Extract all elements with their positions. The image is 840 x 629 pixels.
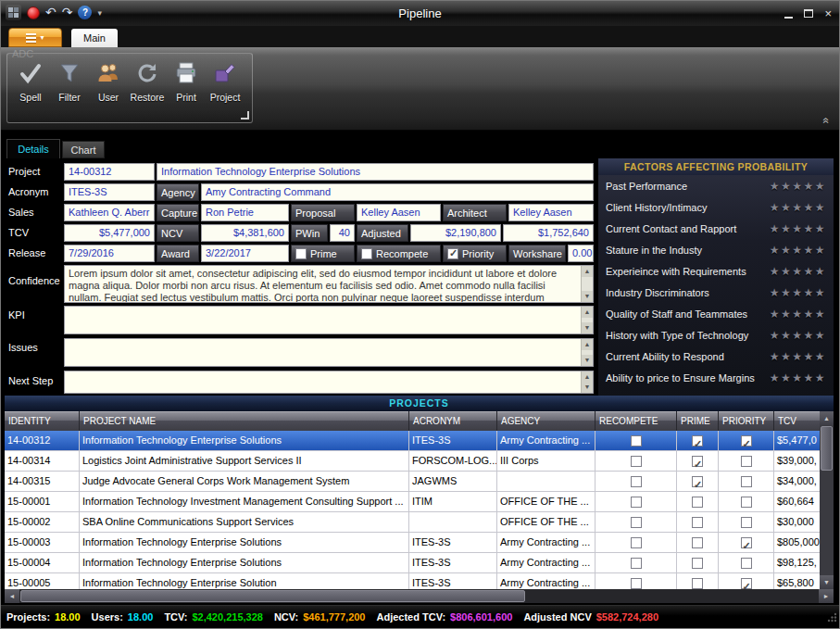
recompete-checkbox[interactable] bbox=[631, 537, 642, 548]
prime-checkbox[interactable] bbox=[692, 578, 703, 589]
recompete-checkbox[interactable] bbox=[631, 435, 642, 447]
acronym-field[interactable]: ITES-3S bbox=[64, 183, 155, 201]
priority-checkbox[interactable] bbox=[741, 435, 752, 447]
prime-checkbox[interactable] bbox=[692, 435, 703, 447]
star-rating[interactable]: ★★★★★ bbox=[770, 329, 826, 342]
kpi-textarea[interactable]: ▲▼ bbox=[64, 306, 594, 334]
resize-grip[interactable] bbox=[827, 610, 837, 626]
scroll-down-icon[interactable]: ▼ bbox=[582, 355, 593, 366]
table-row[interactable]: 14-00312 Information Technology Enterpri… bbox=[5, 431, 820, 451]
tab-chart[interactable]: Chart bbox=[62, 141, 105, 158]
star-rating[interactable]: ★★★★★ bbox=[770, 265, 826, 278]
scroll-down-icon[interactable]: ▼ bbox=[820, 575, 834, 589]
column-header-name[interactable]: PROJECT NAME bbox=[80, 411, 409, 431]
table-row[interactable]: 15-00001 Information Technology Investme… bbox=[5, 492, 820, 512]
priority-checkbox[interactable] bbox=[741, 456, 752, 467]
priority-checkbox[interactable] bbox=[741, 497, 752, 508]
adjusted-ncv-field[interactable]: $1,752,640 bbox=[503, 224, 594, 242]
recompete-checkbox[interactable]: Recompete bbox=[357, 245, 441, 262]
prime-checkbox[interactable] bbox=[692, 537, 703, 548]
project-id-field[interactable]: 14-00312 bbox=[64, 163, 155, 181]
star-rating[interactable]: ★★★★★ bbox=[770, 201, 826, 214]
priority-checkbox[interactable] bbox=[741, 537, 752, 548]
recompete-checkbox[interactable] bbox=[631, 497, 642, 508]
vscroll-thumb[interactable] bbox=[821, 426, 833, 471]
recompete-checkbox[interactable] bbox=[631, 578, 642, 589]
recompete-checkbox-box[interactable] bbox=[361, 248, 372, 259]
prime-checkbox[interactable] bbox=[692, 476, 703, 487]
table-horizontal-scrollbar[interactable]: ◄ ► bbox=[5, 589, 834, 603]
scroll-down-icon[interactable]: ▼ bbox=[582, 291, 593, 302]
scroll-up-icon[interactable]: ▲ bbox=[582, 307, 593, 318]
architect-field[interactable]: Kelley Aasen bbox=[508, 204, 594, 221]
scroll-down-icon[interactable]: ▼ bbox=[582, 322, 593, 333]
star-rating[interactable]: ★★★★★ bbox=[770, 371, 826, 384]
scroll-up-icon[interactable]: ▲ bbox=[582, 339, 593, 350]
prime-checkbox[interactable]: Prime bbox=[291, 245, 355, 262]
scroll-left-icon[interactable]: ◄ bbox=[5, 589, 19, 603]
scroll-up-icon[interactable]: ▲ bbox=[582, 266, 593, 277]
priority-checkbox[interactable] bbox=[741, 476, 752, 487]
scroll-down-icon[interactable]: ▼ bbox=[582, 382, 593, 393]
recompete-checkbox[interactable] bbox=[631, 456, 642, 467]
table-row[interactable]: 15-00002 SBA Online Communications Suppo… bbox=[5, 512, 820, 533]
star-rating[interactable]: ★★★★★ bbox=[770, 180, 826, 193]
star-rating[interactable]: ★★★★★ bbox=[770, 308, 826, 321]
adjusted-tcv-field[interactable]: $2,190,800 bbox=[410, 224, 501, 242]
pwin-field[interactable]: 40 bbox=[330, 224, 355, 242]
priority-checkbox[interactable] bbox=[741, 578, 752, 589]
next-step-textarea[interactable]: ▲▼ bbox=[64, 371, 594, 394]
filter-button[interactable]: Filter bbox=[50, 57, 89, 120]
agency-field[interactable]: Amy Contracting Command bbox=[201, 183, 594, 201]
table-vertical-scrollbar[interactable]: ▲ ▼ bbox=[820, 411, 834, 589]
award-date-field[interactable]: 3/22/2017 bbox=[201, 245, 289, 262]
table-row[interactable]: 15-00003 Information Technology Enterpri… bbox=[5, 533, 820, 553]
confidence-scrollbar[interactable]: ▲▼ bbox=[581, 266, 593, 302]
priority-checkbox[interactable] bbox=[741, 558, 752, 569]
close-button[interactable]: × bbox=[824, 7, 832, 20]
print-button[interactable]: Print bbox=[167, 57, 206, 120]
workshare-field[interactable]: 0.00 bbox=[568, 245, 594, 262]
column-header-prime[interactable]: PRIME bbox=[677, 411, 719, 431]
priority-checkbox[interactable]: Priority bbox=[443, 245, 507, 262]
column-header-recompete[interactable]: RECOMPETE bbox=[596, 411, 677, 431]
recompete-checkbox[interactable] bbox=[631, 517, 642, 528]
sales-field[interactable]: Kathleen Q. Aberr bbox=[64, 204, 155, 221]
user-button[interactable]: User bbox=[89, 57, 128, 120]
prime-checkbox[interactable] bbox=[692, 497, 703, 508]
project-name-field[interactable]: Information Technology Enterprise Soluti… bbox=[157, 163, 594, 181]
recompete-checkbox[interactable] bbox=[631, 476, 642, 487]
prime-checkbox[interactable] bbox=[692, 558, 703, 569]
tcv-field[interactable]: $5,477,000 bbox=[64, 224, 155, 242]
star-rating[interactable]: ★★★★★ bbox=[770, 244, 826, 257]
column-header-identity[interactable]: IDENTITY bbox=[5, 411, 80, 431]
table-row[interactable]: 15-00004 Information Technology Enterpri… bbox=[5, 553, 820, 573]
table-row[interactable]: 14-00314 Logistics Joint Administrative … bbox=[5, 451, 820, 472]
prime-checkbox[interactable] bbox=[692, 517, 703, 528]
column-header-agency[interactable]: AGENCY bbox=[497, 411, 596, 431]
ribbon-collapse-icon[interactable]: « bbox=[821, 118, 833, 124]
hscroll-thumb[interactable] bbox=[20, 590, 525, 602]
dialog-launcher-icon[interactable] bbox=[241, 111, 249, 120]
table-row[interactable]: 15-00005 Information Technology Enterpri… bbox=[5, 573, 820, 589]
column-header-tcv[interactable]: TCV bbox=[774, 411, 820, 431]
spell-button[interactable]: Spell bbox=[11, 57, 50, 120]
scroll-right-icon[interactable]: ► bbox=[819, 589, 834, 603]
release-date-field[interactable]: 7/29/2016 bbox=[64, 245, 155, 262]
column-header-priority[interactable]: PRIORITY bbox=[719, 411, 774, 431]
prime-checkbox-box[interactable] bbox=[295, 248, 307, 259]
column-header-acronym[interactable]: ACRONYM bbox=[409, 411, 497, 431]
next-step-scrollbar[interactable]: ▲▼ bbox=[581, 371, 593, 393]
minimize-button[interactable] bbox=[784, 17, 793, 19]
ncv-field[interactable]: $4,381,600 bbox=[201, 224, 289, 242]
tab-details[interactable]: Details bbox=[6, 139, 60, 158]
application-menu-button[interactable]: ▾ bbox=[8, 28, 62, 47]
kpi-scrollbar[interactable]: ▲▼ bbox=[581, 307, 593, 333]
restore-button[interactable]: Restore bbox=[128, 57, 167, 120]
star-rating[interactable]: ★★★★★ bbox=[770, 350, 826, 363]
star-rating[interactable]: ★★★★★ bbox=[770, 286, 826, 299]
project-button[interactable]: Project bbox=[206, 57, 244, 120]
confidence-textarea[interactable]: Lorem ipsum dolor sit amet, consectetur … bbox=[64, 265, 594, 303]
table-row[interactable]: 14-00315 Judge Advocate General Corps Wo… bbox=[5, 472, 820, 492]
capture-field[interactable]: Ron Petrie bbox=[201, 204, 289, 221]
